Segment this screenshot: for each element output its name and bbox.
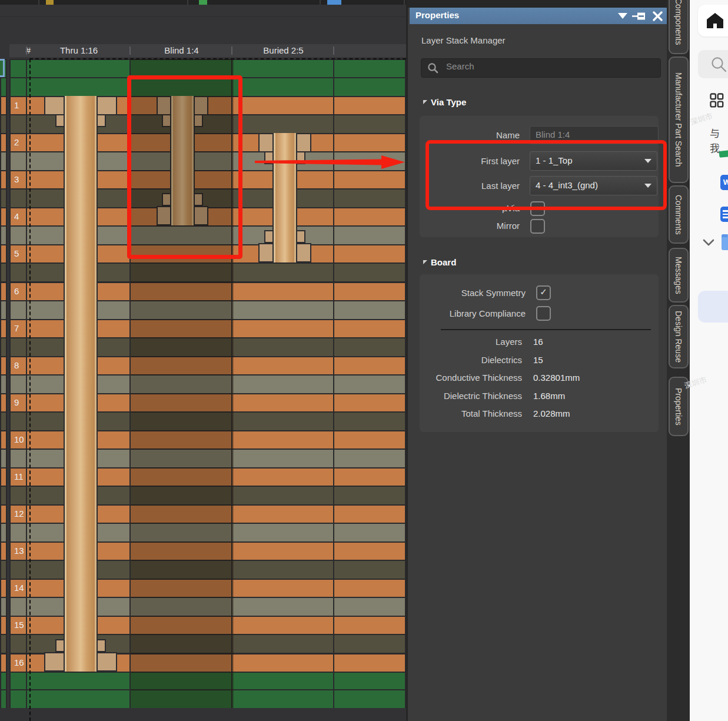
copper-layer-13[interactable] — [333, 541, 406, 561]
dielectric-8[interactable] — [129, 374, 234, 394]
soldermask-row[interactable] — [333, 59, 406, 78]
copper-layer-6[interactable] — [231, 282, 335, 301]
copper-layer-10[interactable] — [333, 430, 406, 450]
last-layer-dropdown[interactable]: 4 - 4_int3_(gnd) — [530, 176, 657, 195]
dielectric-10[interactable] — [231, 448, 335, 469]
search-input[interactable] — [445, 61, 647, 72]
via-pad[interactable] — [97, 652, 117, 672]
dielectric-10[interactable] — [129, 448, 234, 469]
uvia-checkbox[interactable] — [530, 201, 545, 216]
copper-layer-2[interactable] — [333, 133, 406, 152]
soldermask-row[interactable] — [129, 689, 234, 709]
via-type-section-header[interactable]: Via Type — [431, 97, 466, 107]
copper-layer-16[interactable] — [129, 653, 234, 673]
via-pad-extension[interactable] — [296, 230, 305, 243]
copper-layer-14[interactable] — [231, 579, 335, 598]
via-pad[interactable] — [258, 133, 274, 152]
dielectric-5[interactable] — [231, 263, 335, 283]
via-barrel-thru-1-16[interactable] — [64, 96, 98, 672]
dielectric-13[interactable] — [231, 560, 335, 580]
copper-layer-12[interactable] — [231, 504, 335, 524]
via-barrel-buried-2-5[interactable] — [272, 133, 297, 263]
stack-column-header[interactable]: Thru 1:16 — [27, 44, 131, 57]
copper-layer-8[interactable] — [333, 356, 406, 376]
mirror-checkbox[interactable] — [530, 219, 545, 234]
search-pill[interactable] — [698, 50, 728, 78]
dielectric-6[interactable] — [333, 300, 406, 320]
copper-layer-9[interactable] — [129, 393, 234, 413]
copper-layer-3[interactable] — [333, 170, 406, 190]
dielectric-12[interactable] — [129, 523, 234, 543]
copper-layer-6[interactable] — [129, 282, 234, 301]
dielectric-14[interactable] — [129, 597, 234, 617]
soldermask-row[interactable] — [231, 689, 335, 709]
dielectric-11[interactable] — [333, 486, 406, 506]
copper-layer-1[interactable] — [333, 96, 406, 115]
section-collapse-icon[interactable] — [423, 260, 427, 264]
green-icon-fragment[interactable] — [719, 150, 728, 158]
dielectric-9[interactable] — [129, 411, 234, 431]
copper-layer-11[interactable] — [333, 467, 406, 487]
dielectric-12[interactable] — [333, 523, 406, 543]
soldermask-row[interactable] — [231, 59, 335, 78]
via-pad[interactable] — [296, 133, 311, 152]
stack-column-header[interactable]: Blind 1:4 — [131, 44, 232, 57]
dielectric-9[interactable] — [231, 411, 335, 431]
dielectric-14[interactable] — [333, 597, 406, 617]
folder-icon[interactable] — [722, 234, 728, 250]
copper-layer-12[interactable] — [333, 504, 406, 524]
dielectric-4[interactable] — [333, 225, 406, 245]
via-barrel-blind-1-4[interactable] — [170, 96, 195, 225]
copper-layer-7[interactable] — [231, 319, 335, 338]
soldermask-row[interactable] — [231, 672, 335, 691]
dielectric-15[interactable] — [231, 634, 335, 654]
name-field[interactable]: Blind 1:4 — [530, 126, 659, 144]
via-pad[interactable] — [97, 96, 117, 115]
pin-icon[interactable] — [632, 12, 646, 21]
dielectric-15[interactable] — [129, 634, 234, 654]
dielectric-11[interactable] — [231, 486, 335, 506]
dielectric-6[interactable] — [231, 300, 335, 320]
panel-tab-design-reuse[interactable]: Design Reuse — [669, 305, 689, 368]
dielectric-13[interactable] — [129, 560, 234, 580]
stack-column-header[interactable]: Buried 2:5 — [232, 44, 334, 57]
dielectric-13[interactable] — [333, 560, 406, 580]
panel-tab-components[interactable]: Components — [669, 0, 689, 54]
via-pad[interactable] — [194, 96, 208, 115]
panel-dropdown-icon[interactable] — [618, 13, 627, 19]
copper-layer-8[interactable] — [129, 356, 234, 376]
copper-layer-13[interactable] — [129, 541, 234, 561]
dielectric-1[interactable] — [333, 114, 406, 134]
copper-layer-14[interactable] — [333, 579, 406, 598]
via-pad[interactable] — [296, 243, 311, 263]
soldermask-row[interactable] — [26, 59, 132, 78]
copper-layer-4[interactable] — [333, 207, 406, 227]
soldermask-row[interactable] — [26, 672, 132, 691]
copper-layer-8[interactable] — [231, 356, 335, 376]
copper-layer-9[interactable] — [333, 393, 406, 413]
dielectric-5[interactable] — [129, 263, 234, 283]
dielectric-12[interactable] — [231, 523, 335, 543]
copper-layer-1[interactable] — [231, 96, 335, 115]
via-pad[interactable] — [157, 96, 171, 115]
panel-tab-messages[interactable]: Messages — [669, 248, 689, 303]
panel-tab-manufacturer-part-search[interactable]: Manufacturer Part Search — [669, 57, 689, 183]
soldermask-row[interactable] — [26, 77, 132, 97]
dielectric-5[interactable] — [333, 263, 406, 283]
soldermask-row[interactable] — [26, 689, 132, 709]
dielectric-2[interactable] — [333, 151, 406, 171]
dielectric-9[interactable] — [333, 411, 406, 431]
soldermask-row[interactable] — [333, 672, 406, 691]
copper-layer-15[interactable] — [129, 616, 234, 635]
soldermask-row[interactable] — [333, 77, 406, 97]
soldermask-row[interactable] — [333, 689, 406, 709]
copper-layer-16[interactable] — [231, 653, 335, 673]
soldermask-row[interactable] — [129, 672, 234, 691]
copper-layer-16[interactable] — [333, 653, 406, 673]
chevron-down-icon[interactable] — [702, 238, 715, 247]
dielectric-3[interactable] — [333, 188, 406, 208]
section-collapse-icon[interactable] — [423, 100, 427, 104]
via-pad-extension[interactable] — [97, 114, 106, 127]
dielectric-7[interactable] — [129, 337, 234, 357]
dielectric-7[interactable] — [231, 337, 335, 357]
